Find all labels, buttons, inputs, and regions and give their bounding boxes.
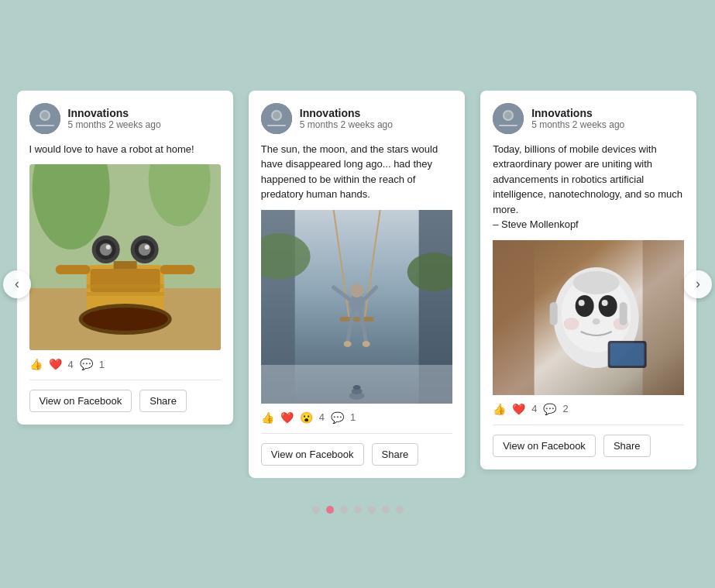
card-2-image (261, 210, 452, 404)
svg-point-14 (99, 243, 112, 256)
svg-rect-22 (86, 292, 163, 296)
card-2-page-name: Innovations (300, 107, 393, 119)
svg-point-20 (82, 308, 167, 331)
avatar-2 (261, 103, 292, 134)
svg-point-44 (343, 341, 351, 347)
card-1-text: I would love to have a robot at home! (29, 142, 221, 157)
heart-icon-2: ❤️ (280, 411, 294, 424)
comment-icon-1: 💬 (80, 358, 93, 370)
svg-rect-70 (610, 343, 645, 366)
thumbs-up-icon-1: 👍 (29, 358, 43, 370)
card-1-header-text: Innovations 5 months 2 weeks ago (68, 107, 161, 130)
view-facebook-button-2[interactable]: View on Facebook (261, 443, 364, 466)
view-facebook-button-3[interactable]: View on Facebook (493, 435, 596, 457)
card-3-header-text: Innovations 5 months 2 weeks ago (531, 107, 624, 130)
carousel-container: ‹ Innovations 5 months 2 weeks ago (0, 75, 715, 493)
thumbs-up-icon-2: 👍 (261, 411, 274, 424)
svg-rect-24 (160, 265, 194, 274)
card-3-likes: 4 (531, 403, 537, 414)
svg-point-27 (273, 112, 280, 119)
thumbs-up-icon-3: 👍 (493, 403, 506, 415)
card-3-text: Today, billions of mobile devices with e… (493, 142, 684, 232)
card-3-timestamp: 5 months 2 weeks ago (531, 119, 624, 130)
view-facebook-button-1[interactable]: View on Facebook (29, 390, 132, 412)
avatar-3 (493, 103, 524, 134)
svg-rect-67 (550, 302, 558, 325)
svg-point-60 (599, 295, 617, 317)
svg-rect-53 (499, 125, 517, 126)
card-3-comments: 2 (562, 403, 568, 414)
dot-6[interactable] (382, 506, 390, 514)
dot-1[interactable] (312, 506, 320, 514)
svg-point-16 (105, 245, 110, 249)
card-2-text: The sun, the moon, and the stars would h… (261, 142, 452, 202)
comment-icon-3: 💬 (543, 403, 556, 415)
card-3-image (493, 240, 684, 395)
dot-2[interactable] (326, 506, 334, 514)
svg-point-59 (576, 295, 594, 317)
svg-rect-68 (620, 302, 627, 325)
card-1-page-name: Innovations (68, 107, 161, 119)
card-1-actions: View on Facebook Share (29, 390, 221, 412)
card-1-timestamp: 5 months 2 weeks ago (68, 119, 161, 130)
dot-4[interactable] (354, 506, 362, 514)
svg-point-45 (362, 341, 370, 347)
card-2: Innovations 5 months 2 weeks ago The sun… (249, 91, 465, 478)
svg-rect-21 (86, 284, 163, 288)
svg-rect-37 (339, 317, 373, 322)
dot-5[interactable] (368, 506, 376, 514)
svg-rect-18 (113, 261, 136, 269)
card-3-reactions: 👍 ❤️ 4 💬 2 (493, 403, 684, 415)
wow-icon-2: 😮 (300, 411, 313, 424)
comment-icon-2: 💬 (331, 411, 344, 424)
dot-7[interactable] (396, 506, 404, 514)
heart-icon-3: ❤️ (512, 403, 525, 415)
svg-point-62 (602, 300, 608, 306)
svg-rect-23 (55, 265, 90, 274)
svg-point-17 (144, 245, 149, 249)
card-2-likes: 4 (319, 411, 325, 423)
card-1-reactions: 👍 ❤️ 4 💬 1 (29, 358, 221, 370)
prev-button[interactable]: ‹ (3, 270, 31, 298)
svg-rect-55 (493, 240, 535, 395)
share-button-2[interactable]: Share (372, 443, 419, 466)
svg-point-61 (579, 300, 585, 306)
share-button-3[interactable]: Share (603, 435, 651, 457)
card-1-separator (29, 380, 221, 380)
card-3-page-name: Innovations (531, 107, 624, 119)
svg-rect-9 (90, 269, 160, 292)
dots-container (312, 506, 404, 514)
svg-point-49 (352, 385, 360, 390)
card-1-comments: 1 (99, 359, 105, 370)
card-3-actions: View on Facebook Share (493, 435, 684, 457)
card-2-comments: 1 (350, 411, 356, 423)
svg-point-52 (504, 112, 512, 119)
card-3-header: Innovations 5 months 2 weeks ago (493, 103, 684, 134)
svg-point-15 (138, 243, 150, 256)
svg-rect-3 (36, 125, 54, 126)
svg-rect-28 (267, 125, 286, 126)
svg-rect-56 (643, 240, 685, 395)
card-1: Innovations 5 months 2 weeks ago I would… (17, 91, 233, 425)
card-3: Innovations 5 months 2 weeks ago Today, … (480, 91, 696, 469)
card-2-timestamp: 5 months 2 weeks ago (300, 119, 393, 130)
svg-point-2 (41, 112, 49, 119)
dot-3[interactable] (340, 506, 348, 514)
card-1-likes: 4 (68, 359, 74, 370)
card-2-header: Innovations 5 months 2 weeks ago (261, 103, 452, 134)
svg-point-64 (564, 318, 579, 330)
next-button[interactable]: › (684, 270, 712, 298)
cards-wrapper: Innovations 5 months 2 weeks ago I would… (17, 91, 699, 478)
svg-point-39 (349, 284, 363, 297)
card-1-image (29, 164, 221, 350)
svg-point-63 (593, 318, 600, 325)
card-1-header: Innovations 5 months 2 weeks ago (29, 103, 221, 134)
svg-point-66 (573, 271, 620, 294)
heart-icon-1: ❤️ (49, 358, 62, 370)
share-button-1[interactable]: Share (139, 390, 187, 412)
avatar-1 (29, 103, 60, 134)
card-2-separator (261, 433, 452, 434)
card-3-separator (493, 425, 684, 425)
card-2-actions: View on Facebook Share (261, 443, 452, 466)
card-2-reactions: 👍 ❤️ 😮 4 💬 1 (261, 411, 452, 424)
